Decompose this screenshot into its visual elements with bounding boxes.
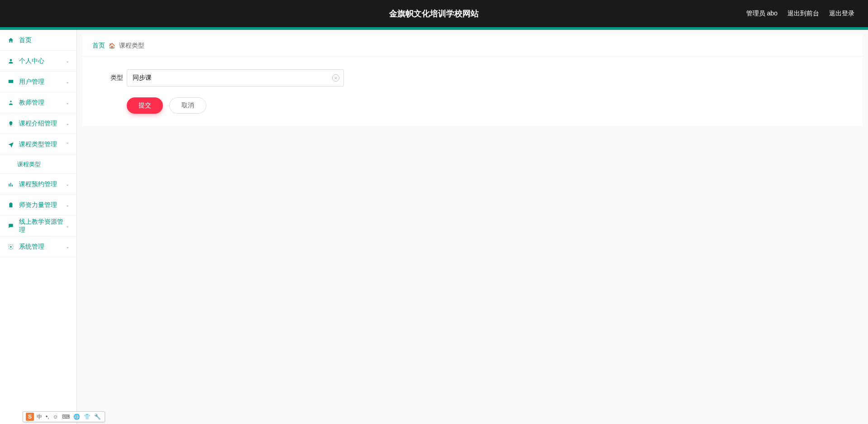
gear-icon	[7, 243, 14, 251]
sidebar-item-home[interactable]: 首页	[0, 30, 76, 51]
svg-point-2	[10, 101, 12, 102]
sidebar-item-label: 首页	[19, 36, 69, 44]
svg-rect-1	[9, 80, 14, 83]
sidebar-item-course-booking[interactable]: 课程预约管理 ⌄	[0, 174, 76, 195]
sidebar-item-label: 课程介绍管理	[19, 120, 66, 128]
ime-item[interactable]: ☺	[52, 414, 59, 420]
ime-item[interactable]: •,	[45, 414, 50, 420]
svg-rect-6	[10, 203, 13, 207]
ime-item[interactable]: 🔧	[93, 414, 102, 420]
sidebar-item-user-mgmt[interactable]: 用户管理 ⌄	[0, 72, 76, 92]
person-icon	[7, 99, 14, 106]
sidebar: 首页 个人中心 ⌄ 用户管理 ⌄ 教师管理 ⌄ 课程介绍管理 ⌄ 课程类	[0, 30, 77, 424]
chevron-up-icon: ⌃	[66, 142, 69, 147]
main-content: 首页 🏠 课程类型 类型 ✕ 提交 取消	[77, 30, 868, 424]
clipboard-icon	[7, 202, 14, 209]
ime-item[interactable]: 中	[36, 413, 43, 421]
clear-input-icon[interactable]: ✕	[332, 74, 339, 82]
svg-rect-7	[10, 202, 12, 203]
chevron-down-icon: ⌄	[66, 223, 69, 228]
cancel-button[interactable]: 取消	[169, 97, 206, 114]
sidebar-item-course-type[interactable]: 课程类型管理 ⌃	[0, 134, 76, 155]
sidebar-item-faculty[interactable]: 师资力量管理 ⌄	[0, 195, 76, 216]
chevron-down-icon: ⌄	[66, 100, 69, 105]
sidebar-item-online-resource[interactable]: 线上教学资源管理 ⌄	[0, 216, 76, 236]
ime-item[interactable]: 👕	[83, 414, 91, 420]
sidebar-item-label: 课程类型管理	[19, 140, 66, 149]
breadcrumb-sep-icon: 🏠	[109, 43, 115, 49]
sidebar-item-label: 个人中心	[19, 57, 66, 65]
chevron-down-icon: ⌄	[66, 202, 69, 207]
svg-rect-4	[10, 183, 11, 186]
ime-bar[interactable]: S 中 •, ☺ ⌨ 🌐 👕 🔧	[23, 411, 105, 422]
sidebar-item-label: 师资力量管理	[19, 201, 66, 209]
type-label: 类型	[100, 74, 123, 82]
logout-link[interactable]: 退出登录	[829, 10, 854, 18]
svg-rect-3	[9, 183, 10, 186]
ime-item[interactable]: ⌨	[61, 414, 71, 420]
sidebar-item-teacher-mgmt[interactable]: 教师管理 ⌄	[0, 92, 76, 113]
chevron-down-icon: ⌄	[66, 182, 69, 187]
site-title: 金旗帜文化培训学校网站	[389, 8, 479, 19]
sidebar-item-label: 教师管理	[19, 99, 66, 107]
sidebar-item-label: 系统管理	[19, 243, 66, 251]
home-icon	[7, 37, 14, 44]
sidebar-item-course-intro[interactable]: 课程介绍管理 ⌄	[0, 113, 76, 134]
bars-icon	[7, 181, 14, 188]
exit-front-link[interactable]: 退出到前台	[787, 10, 819, 18]
sidebar-item-label: 用户管理	[19, 78, 66, 86]
sidebar-item-system[interactable]: 系统管理 ⌄	[0, 236, 76, 257]
svg-point-8	[10, 246, 12, 248]
ime-logo-icon: S	[26, 413, 34, 421]
send-icon	[7, 141, 14, 148]
ime-item[interactable]: 🌐	[72, 414, 81, 420]
bulb-icon	[7, 120, 14, 127]
header-right: 管理员 abo 退出到前台 退出登录	[746, 10, 868, 18]
chevron-down-icon: ⌄	[66, 121, 69, 126]
sidebar-item-personal[interactable]: 个人中心 ⌄	[0, 51, 76, 72]
breadcrumb-home[interactable]: 首页	[92, 42, 105, 50]
svg-rect-5	[12, 184, 13, 186]
header: 金旗帜文化培训学校网站 管理员 abo 退出到前台 退出登录	[0, 0, 868, 27]
monitor-icon	[7, 78, 14, 86]
button-row: 提交 取消	[100, 97, 844, 114]
breadcrumb: 首页 🏠 课程类型	[82, 35, 863, 57]
chevron-down-icon: ⌄	[66, 244, 69, 249]
chevron-down-icon: ⌄	[66, 58, 69, 63]
user-icon	[7, 58, 14, 65]
form-row-type: 类型 ✕	[100, 69, 844, 87]
chevron-down-icon: ⌄	[66, 79, 69, 84]
sidebar-subitem-course-type[interactable]: 课程类型	[0, 155, 76, 174]
svg-point-0	[10, 59, 12, 61]
form-area: 类型 ✕ 提交 取消	[82, 57, 863, 126]
type-input[interactable]	[127, 69, 344, 87]
user-label[interactable]: 管理员 abo	[746, 10, 777, 18]
sidebar-item-label: 课程预约管理	[19, 180, 66, 188]
sidebar-item-label: 线上教学资源管理	[19, 218, 66, 234]
chat-icon	[7, 222, 14, 230]
breadcrumb-current: 课程类型	[119, 42, 144, 50]
submit-button[interactable]: 提交	[127, 97, 163, 114]
